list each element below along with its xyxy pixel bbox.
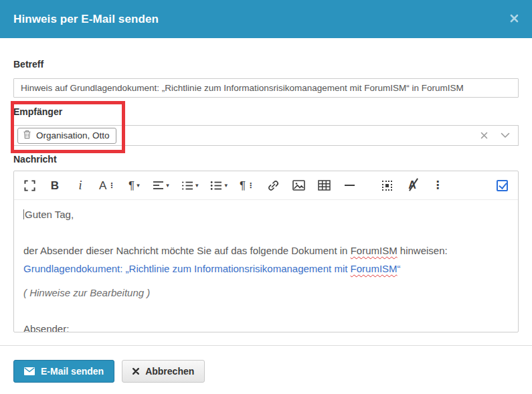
spellcheck-word: ForumISM	[351, 245, 397, 256]
italic-icon[interactable]: i	[74, 176, 87, 195]
bold-icon[interactable]: B	[48, 176, 62, 195]
recipient-label: Empfänger	[13, 106, 519, 118]
editor-toolbar: B i A⋮ ¶▾ ▾	[14, 171, 518, 200]
cancel-button[interactable]: Abbrechen	[122, 360, 205, 383]
recipient-tag[interactable]: Organisation, Otto	[17, 128, 116, 144]
email-dialog: Hinweis per E-Mail senden Betreff Empfän…	[0, 0, 532, 394]
dialog-header: Hinweis per E-Mail senden	[0, 0, 532, 38]
message-line-sender: Absender:	[23, 320, 509, 332]
paragraph-format-icon[interactable]: ¶▾	[127, 176, 141, 195]
document-link[interactable]: Grundlagendokument: „Richtlinie zum Info…	[23, 260, 509, 278]
recipient-select[interactable]: Organisation, Otto	[13, 125, 519, 146]
send-email-label: E-Mail senden	[41, 366, 104, 377]
rich-text-editor: B i A⋮ ¶▾ ▾	[13, 171, 519, 332]
dialog-footer: E-Mail senden Abbrechen	[0, 346, 532, 383]
select-all-icon[interactable]	[380, 176, 393, 195]
horizontal-rule-icon[interactable]	[343, 176, 356, 195]
send-email-button[interactable]: E-Mail senden	[13, 360, 114, 383]
table-icon[interactable]	[317, 176, 331, 195]
clear-formatting-icon[interactable]: A	[406, 176, 419, 195]
envelope-icon	[24, 367, 35, 375]
image-icon[interactable]	[292, 176, 305, 195]
message-line-intro: der Absender dieser Nachricht möchte Sie…	[23, 241, 509, 260]
trash-icon[interactable]	[23, 130, 31, 141]
select-controls	[480, 132, 510, 139]
message-label: Nachricht	[13, 154, 519, 165]
close-icon	[510, 13, 519, 25]
subject-input[interactable]	[13, 78, 519, 98]
dialog-body: Betreff Empfänger Organisation, Otto	[0, 59, 532, 332]
more-text-icon[interactable]: A⋮	[99, 176, 115, 195]
text-cursor	[23, 209, 24, 219]
close-button[interactable]	[510, 13, 519, 25]
more-paragraph-icon[interactable]: ¶⋮	[240, 176, 254, 195]
message-line-greeting: Guten Tag,	[23, 205, 509, 223]
more-misc-icon[interactable]: ⋮	[431, 176, 444, 195]
subject-label: Betreff	[13, 59, 519, 70]
fullscreen-icon[interactable]	[23, 176, 36, 195]
clear-selection-icon[interactable]	[480, 132, 488, 139]
link-icon[interactable]	[266, 176, 280, 195]
unordered-list-icon[interactable]: ▾	[210, 176, 228, 195]
cancel-label: Abbrechen	[145, 366, 194, 377]
ordered-list-icon[interactable]: ▾	[181, 176, 199, 195]
dialog-title: Hinweis per E-Mail senden	[13, 13, 159, 26]
cancel-x-icon	[132, 368, 139, 375]
checked-checkbox[interactable]	[497, 180, 508, 191]
chevron-down-icon[interactable]	[501, 132, 510, 138]
message-body[interactable]: Guten Tag, der Absender dieser Nachricht…	[14, 200, 518, 332]
align-icon[interactable]: ▾	[153, 176, 169, 195]
spellcheck-word: ForumISM	[351, 263, 397, 274]
message-line-note: ( Hinweise zur Bearbeitung )	[23, 284, 509, 302]
recipient-tag-label: Organisation, Otto	[36, 130, 110, 140]
